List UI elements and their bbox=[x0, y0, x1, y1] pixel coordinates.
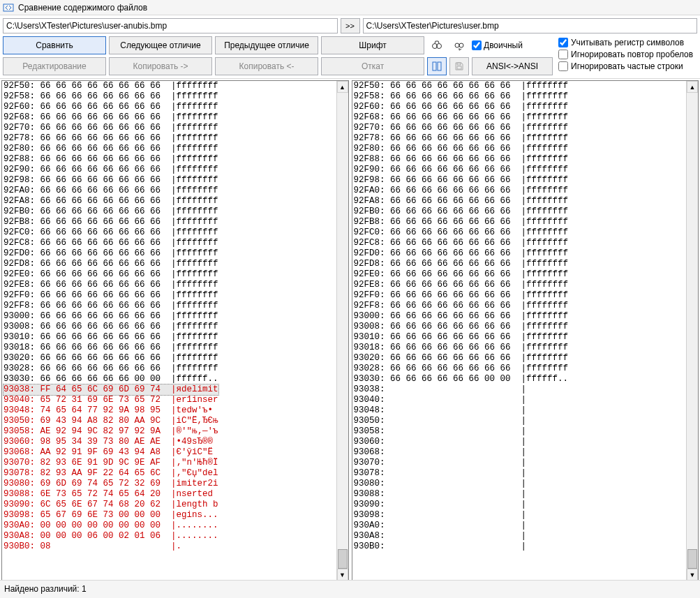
hex-line: 92FE8: 66 66 66 66 66 66 66 66 |ffffffff bbox=[354, 280, 697, 290]
hex-line: 93058: | bbox=[354, 426, 697, 437]
hex-line: 92FC8: 66 66 66 66 66 66 66 66 |ffffffff bbox=[3, 238, 347, 248]
hex-line: 92F60: 66 66 66 66 66 66 66 66 |ffffffff bbox=[354, 102, 697, 112]
edit-button[interactable]: Редактирование bbox=[3, 57, 106, 75]
scroll-thumb[interactable] bbox=[338, 549, 348, 569]
hex-line: 93000: 66 66 66 66 66 66 66 66 |ffffffff bbox=[354, 311, 697, 322]
hex-line: 92FD8: 66 66 66 66 66 66 66 66 |ffffffff bbox=[354, 259, 697, 269]
scroll-down-icon[interactable]: ▼ bbox=[687, 569, 698, 581]
hex-line: 93038: | bbox=[354, 384, 697, 395]
hex-line: 92FF0: 66 66 66 66 66 66 66 66 |ffffffff bbox=[3, 290, 347, 301]
opt-freq[interactable]: Игнорировать частые строки bbox=[558, 60, 693, 72]
hex-line: 92F68: 66 66 66 66 66 66 66 66 |ffffffff bbox=[3, 112, 347, 123]
hex-line: 92FB0: 66 66 66 66 66 66 66 66 |ffffffff bbox=[354, 207, 697, 217]
hex-line: 92FB0: 66 66 66 66 66 66 66 66 |ffffffff bbox=[3, 207, 347, 217]
floppy-icon bbox=[454, 61, 464, 71]
hex-line: 93090: | bbox=[354, 500, 697, 510]
hex-line: 92F98: 66 66 66 66 66 66 66 66 |ffffffff bbox=[3, 175, 347, 186]
prev-diff-button[interactable]: Предыдущее отличие bbox=[215, 36, 318, 54]
hex-line: 92FF0: 66 66 66 66 66 66 66 66 |ffffffff bbox=[354, 290, 697, 301]
svg-rect-8 bbox=[457, 66, 461, 69]
scrollbar-left[interactable]: ▲ ▼ bbox=[336, 81, 348, 581]
font-button[interactable]: Шрифт bbox=[321, 36, 424, 54]
hex-line: 930B0: 08 |. bbox=[3, 541, 347, 552]
hex-line: 93088: | bbox=[354, 489, 697, 500]
compare-button[interactable]: Сравнить bbox=[3, 36, 106, 54]
path-left-input[interactable] bbox=[3, 18, 338, 33]
hex-line: 93020: 66 66 66 66 66 66 66 66 |ffffffff bbox=[3, 353, 347, 364]
scroll-up-icon[interactable]: ▲ bbox=[687, 81, 698, 93]
save-button[interactable] bbox=[449, 57, 469, 75]
hex-line: 92FC8: 66 66 66 66 66 66 66 66 |ffffffff bbox=[354, 238, 697, 248]
hex-line: 92FB8: 66 66 66 66 66 66 66 66 |ffffffff bbox=[3, 217, 347, 227]
hex-line: 92F70: 66 66 66 66 66 66 66 66 |ffffffff bbox=[3, 123, 347, 133]
scroll-track[interactable] bbox=[687, 93, 698, 569]
hex-line: 93070: | bbox=[354, 458, 697, 468]
hex-line: 92FC0: 66 66 66 66 66 66 66 66 |ffffffff bbox=[3, 227, 347, 238]
hex-line: 930A8: | bbox=[354, 531, 697, 541]
hex-line: 93070: 82 93 6E 91 9D 9C 9E AF |‚"n'Њћ®Ï bbox=[3, 458, 347, 468]
scroll-thumb[interactable] bbox=[687, 549, 697, 569]
hex-line: 92F80: 66 66 66 66 66 66 66 66 |ffffffff bbox=[354, 144, 697, 154]
scroll-track[interactable] bbox=[337, 93, 348, 569]
hex-line: 92F58: 66 66 66 66 66 66 66 66 |ffffffff bbox=[3, 91, 347, 102]
hex-line: 93060: 98 95 34 39 73 80 AE AE |•49sЂ®® bbox=[3, 437, 347, 447]
scrollbar-right[interactable]: ▲ ▼ bbox=[686, 81, 698, 581]
encoding-button[interactable]: ANSI<->ANSI bbox=[472, 57, 553, 75]
hex-line: 93008: 66 66 66 66 66 66 66 66 |ffffffff bbox=[3, 322, 347, 332]
swap-button[interactable]: >> bbox=[341, 18, 360, 33]
hex-line: 93080: 69 6D 69 74 65 72 32 69 |imiter2i bbox=[3, 479, 347, 489]
toolbar: Сравнить Редактирование Следующее отличи… bbox=[0, 36, 700, 78]
hex-line: 93060: | bbox=[354, 437, 697, 447]
compare-icon bbox=[3, 2, 14, 13]
hex-right[interactable]: 92F50: 66 66 66 66 66 66 66 66 |ffffffff… bbox=[352, 81, 699, 552]
hex-line: 93030: 66 66 66 66 66 66 00 00 |ffffff.. bbox=[3, 374, 347, 384]
hex-line: 92F78: 66 66 66 66 66 66 66 66 |ffffffff bbox=[3, 133, 347, 144]
content-area: 92F50: 66 66 66 66 66 66 66 66 |ffffffff… bbox=[0, 78, 700, 583]
binoculars-icon[interactable] bbox=[427, 36, 447, 54]
hex-left[interactable]: 92F50: 66 66 66 66 66 66 66 66 |ffffffff… bbox=[2, 81, 348, 552]
binary-checkbox-label[interactable]: Двоичный bbox=[472, 36, 523, 54]
hex-line: 93080: | bbox=[354, 479, 697, 489]
hex-line: 92F50: 66 66 66 66 66 66 66 66 |ffffffff bbox=[354, 81, 697, 91]
hex-line: 93048: | bbox=[354, 405, 697, 416]
svg-rect-5 bbox=[433, 62, 436, 70]
left-pane[interactable]: 92F50: 66 66 66 66 66 66 66 66 |ffffffff… bbox=[1, 80, 349, 581]
window-title: Сравнение содержимого файлов bbox=[18, 3, 147, 13]
path-row: >> bbox=[0, 15, 700, 36]
hex-line: 93000: 66 66 66 66 66 66 66 66 |ffffffff bbox=[3, 311, 347, 322]
hex-line: 92F50: 66 66 66 66 66 66 66 66 |ffffffff bbox=[3, 81, 347, 91]
hex-line: 93068: AA 92 91 9F 69 43 94 A8 |Є'ўiC"Ё bbox=[3, 447, 347, 458]
opt-case[interactable]: Учитывать регистр символов bbox=[558, 36, 693, 48]
path-right-input[interactable] bbox=[363, 18, 698, 33]
hex-line: 92FD0: 66 66 66 66 66 66 66 66 |ffffffff bbox=[354, 248, 697, 259]
hex-line: 92F60: 66 66 66 66 66 66 66 66 |ffffffff bbox=[3, 102, 347, 112]
copy-left-button[interactable]: Копировать <- bbox=[215, 57, 318, 75]
hex-line: 93010: 66 66 66 66 66 66 66 66 |ffffffff bbox=[354, 332, 697, 343]
hex-line: 93078: 82 93 AA 9F 22 64 65 6C |‚"Єџ"del bbox=[3, 468, 347, 479]
hex-line: 930B0: | bbox=[354, 541, 697, 552]
hex-line: 92FE8: 66 66 66 66 66 66 66 66 |ffffffff bbox=[3, 280, 347, 290]
hex-line: 92F90: 66 66 66 66 66 66 66 66 |ffffffff bbox=[3, 165, 347, 175]
scroll-up-icon[interactable]: ▲ bbox=[337, 81, 348, 93]
hex-line: 93028: 66 66 66 66 66 66 66 66 |ffffffff bbox=[354, 364, 697, 374]
view-toggle-button[interactable] bbox=[427, 57, 447, 75]
scroll-down-icon[interactable]: ▼ bbox=[337, 569, 348, 581]
hex-line: 93098: 65 67 69 6E 73 00 00 00 |egins... bbox=[3, 510, 347, 521]
hex-line: 93020: 66 66 66 66 66 66 66 66 |ffffffff bbox=[354, 353, 697, 364]
hex-line: 93038: FF 64 65 6C 69 6D 69 74 |яdelimit bbox=[3, 384, 347, 395]
hex-line: 93098: | bbox=[354, 510, 697, 521]
binoculars-next-icon[interactable] bbox=[449, 36, 469, 54]
hex-line: 93088: 6E 73 65 72 74 65 64 20 |nserted bbox=[3, 489, 347, 500]
opt-spaces[interactable]: Игнорировать повтор пробелов bbox=[558, 48, 693, 60]
rollback-button[interactable]: Откат bbox=[321, 57, 424, 75]
hex-line: 92F98: 66 66 66 66 66 66 66 66 |ffffffff bbox=[354, 175, 697, 186]
hex-line: 92FA0: 66 66 66 66 66 66 66 66 |ffffffff bbox=[354, 186, 697, 196]
hex-line: 92FE0: 66 66 66 66 66 66 66 66 |ffffffff bbox=[354, 269, 697, 280]
svg-rect-7 bbox=[457, 63, 461, 65]
binary-checkbox[interactable] bbox=[472, 40, 482, 50]
copy-right-button[interactable]: Копировать -> bbox=[109, 57, 212, 75]
hex-line: 92F78: 66 66 66 66 66 66 66 66 |ffffffff bbox=[354, 133, 697, 144]
hex-line: 92FF8: 66 66 66 66 66 66 66 66 |ffffffff bbox=[354, 301, 697, 311]
next-diff-button[interactable]: Следующее отличие bbox=[109, 36, 212, 54]
right-pane[interactable]: 92F50: 66 66 66 66 66 66 66 66 |ffffffff… bbox=[352, 80, 699, 581]
